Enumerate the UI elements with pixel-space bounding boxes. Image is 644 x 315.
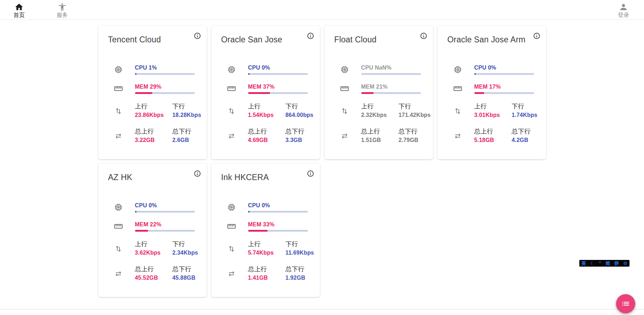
upload-speed-value: 5.74Kbps bbox=[248, 249, 286, 257]
server-name: AZ HK bbox=[108, 173, 133, 182]
download-label: 下行 bbox=[286, 240, 314, 248]
mem-progress-bar bbox=[361, 92, 421, 94]
nav-item-login[interactable]: 登录 bbox=[616, 1, 631, 19]
download-speed-value: 864.00bps bbox=[286, 111, 314, 119]
upload-speed-value: 2.32Kbps bbox=[361, 111, 399, 119]
cpu-progress-bar bbox=[474, 73, 534, 75]
person-icon bbox=[619, 2, 628, 12]
mem-progress-fill bbox=[248, 92, 270, 94]
ime-simplified-chinese[interactable]: 简 bbox=[605, 260, 610, 267]
cpu-progress-bar bbox=[135, 73, 195, 75]
mem-progress-bar bbox=[248, 230, 308, 232]
nav-item-services[interactable]: 服务 bbox=[54, 1, 70, 19]
cpu-progress-bar bbox=[361, 73, 421, 75]
download-speed-value: 11.69Kbps bbox=[286, 249, 314, 257]
server-card: Oracle San Jose Arm CPU 0% bbox=[438, 26, 546, 159]
mem-progress-fill bbox=[135, 230, 148, 232]
info-icon bbox=[307, 170, 314, 177]
info-icon bbox=[194, 170, 201, 177]
swap-horizontal-arrows-icon bbox=[340, 131, 349, 141]
upload-speed-value: 1.54Kbps bbox=[248, 111, 286, 119]
download-label: 下行 bbox=[512, 102, 538, 111]
up-down-arrows-icon bbox=[114, 106, 123, 115]
memory-ruler-icon bbox=[227, 84, 236, 93]
cpu-chip-icon bbox=[227, 65, 236, 74]
info-button[interactable] bbox=[194, 32, 201, 40]
up-down-arrows-icon bbox=[227, 106, 236, 115]
upload-label: 上行 bbox=[361, 102, 399, 111]
info-button[interactable] bbox=[533, 32, 540, 40]
total-upload-label: 总上行 bbox=[135, 127, 172, 136]
upload-label: 上行 bbox=[135, 240, 172, 248]
punctuation-width-icon[interactable]: ’’ bbox=[599, 260, 601, 267]
swap-horizontal-arrows-icon bbox=[227, 269, 236, 278]
total-upload-label: 总上行 bbox=[135, 265, 172, 273]
mem-progress-bar bbox=[135, 92, 195, 94]
total-download-value: 2.6GB bbox=[172, 136, 195, 144]
mem-progress-bar bbox=[248, 92, 308, 94]
total-upload-value: 5.18GB bbox=[474, 136, 512, 144]
total-download-label: 总下行 bbox=[286, 265, 308, 273]
total-upload-value: 1.41GB bbox=[248, 274, 286, 282]
cpu-chip-icon bbox=[340, 65, 349, 74]
memory-ruler-icon bbox=[340, 84, 349, 93]
footer-divider bbox=[0, 309, 644, 315]
server-card: Tencent Cloud CPU 1% bbox=[98, 26, 207, 159]
swap-horizontal-arrows-icon bbox=[227, 131, 236, 141]
up-down-arrows-icon bbox=[340, 106, 349, 115]
info-icon bbox=[194, 32, 201, 40]
cpu-progress-fill bbox=[135, 73, 136, 75]
total-upload-value: 1.51GB bbox=[361, 136, 399, 144]
server-list-fab-button[interactable] bbox=[616, 294, 635, 313]
server-name: Oracle San Jose Arm bbox=[447, 35, 526, 44]
mem-usage-label: MEM 21% bbox=[361, 83, 421, 90]
memory-ruler-icon bbox=[453, 84, 462, 93]
up-down-arrows-icon bbox=[227, 244, 236, 253]
ime-english-mode[interactable]: 英 bbox=[581, 260, 586, 267]
download-label: 下行 bbox=[172, 102, 201, 111]
cpu-chip-icon bbox=[114, 65, 123, 74]
info-button[interactable] bbox=[194, 170, 201, 177]
mem-usage-label: MEM 29% bbox=[135, 83, 195, 90]
mem-progress-fill bbox=[248, 230, 268, 232]
download-speed-value: 2.34Kbps bbox=[172, 249, 198, 257]
total-download-value: 3.3GB bbox=[286, 136, 308, 144]
mem-usage-label: MEM 37% bbox=[248, 83, 308, 90]
cpu-chip-icon bbox=[453, 65, 462, 74]
upload-speed-value: 23.86Kbps bbox=[135, 111, 172, 119]
total-upload-value: 4.69GB bbox=[248, 136, 286, 144]
moon-icon[interactable]: ☾ bbox=[590, 260, 595, 267]
mem-progress-bar bbox=[474, 92, 534, 94]
info-icon bbox=[420, 32, 427, 40]
upload-label: 上行 bbox=[248, 240, 286, 248]
server-card: Oracle San Jose CPU 0% bbox=[211, 26, 320, 159]
cpu-chip-icon bbox=[114, 203, 123, 212]
mem-progress-fill bbox=[135, 92, 152, 94]
info-button[interactable] bbox=[307, 170, 314, 177]
accessibility-person-icon bbox=[58, 2, 67, 12]
total-upload-value: 45.52GB bbox=[135, 274, 172, 282]
mem-usage-label: MEM 17% bbox=[474, 83, 534, 90]
info-button[interactable] bbox=[420, 32, 427, 40]
ime-status-toolbar[interactable]: 英☾’’简拼⚙ bbox=[579, 260, 630, 267]
total-upload-label: 总上行 bbox=[248, 127, 286, 136]
info-button[interactable] bbox=[307, 32, 314, 40]
download-label: 下行 bbox=[172, 240, 198, 248]
mem-usage-label: MEM 33% bbox=[248, 221, 308, 228]
memory-ruler-icon bbox=[227, 222, 236, 231]
total-upload-label: 总上行 bbox=[248, 265, 286, 273]
total-download-label: 总下行 bbox=[172, 127, 195, 136]
server-name: Tencent Cloud bbox=[108, 35, 161, 44]
ime-pinyin-mode[interactable]: 拼 bbox=[614, 260, 619, 267]
list-icon bbox=[621, 299, 630, 308]
info-icon bbox=[307, 32, 314, 40]
upload-speed-value: 3.01Kbps bbox=[474, 111, 512, 119]
nav-item-home[interactable]: 首页 bbox=[11, 1, 27, 19]
swap-horizontal-arrows-icon bbox=[453, 131, 462, 141]
top-navigation: 首页 服务 登录 bbox=[0, 0, 644, 20]
cpu-progress-bar bbox=[135, 211, 195, 213]
upload-label: 上行 bbox=[474, 102, 512, 111]
gear-icon[interactable]: ⚙ bbox=[623, 260, 627, 267]
total-download-label: 总下行 bbox=[512, 127, 534, 136]
home-icon bbox=[14, 2, 24, 12]
